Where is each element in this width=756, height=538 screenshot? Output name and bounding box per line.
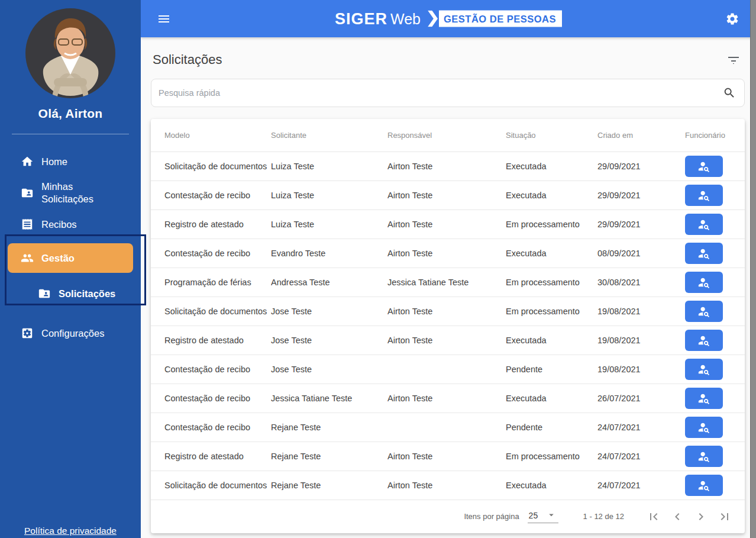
cell-modelo: Registro de atestado — [164, 452, 271, 461]
first-page-icon — [647, 510, 661, 524]
view-employee-button[interactable] — [685, 417, 723, 438]
cell-criado-em: 19/08/2021 — [597, 336, 685, 345]
next-page-button[interactable] — [689, 505, 713, 529]
privacy-policy-link[interactable]: Política de privacidade — [24, 526, 117, 536]
menu-button[interactable] — [157, 12, 171, 26]
col-header-criado-em: Criado em — [597, 131, 685, 140]
cell-solicitante: Jessica Tatiane Teste — [271, 394, 387, 403]
settings-button[interactable] — [725, 12, 739, 26]
cell-responsavel: Airton Teste — [387, 336, 506, 345]
sidebar-item-recibos[interactable]: Recibos — [0, 212, 141, 236]
cell-responsavel: Airton Teste — [387, 307, 506, 316]
window-scrollbar[interactable] — [750, 0, 756, 538]
cell-solicitante: Rejane Teste — [271, 423, 387, 432]
table-row: Solicitação de documentos Jose Teste Air… — [151, 297, 745, 326]
cell-situacao: Executada — [506, 394, 597, 403]
last-page-button[interactable] — [713, 505, 736, 529]
gear-icon — [725, 12, 739, 26]
person-search-icon — [697, 247, 710, 260]
cell-modelo: Registro de atestado — [164, 220, 271, 229]
cell-responsavel: Airton Teste — [387, 394, 506, 403]
table-row: Contestação de recibo Jessica Tatiane Te… — [151, 384, 745, 413]
cell-solicitante: Luiza Teste — [271, 191, 387, 200]
search-input[interactable] — [151, 88, 744, 98]
view-employee-button[interactable] — [685, 359, 723, 380]
solicitacoes-table-card: Modelo Solicitante Responsável Situação … — [151, 119, 745, 533]
items-per-page-select[interactable]: 25 — [528, 510, 558, 523]
people-icon — [21, 252, 34, 265]
cell-situacao: Executada — [506, 162, 597, 171]
col-header-modelo: Modelo — [164, 131, 271, 140]
cell-modelo: Registro de atestado — [164, 336, 271, 345]
person-search-icon — [697, 218, 710, 231]
cell-solicitante: Luiza Teste — [271, 220, 387, 229]
sidebar-nav: Home Minhas Solicitações Recibos Gestão … — [0, 150, 141, 345]
cell-responsavel: Airton Teste — [387, 452, 506, 461]
cell-modelo: Solicitação de documentos — [164, 307, 271, 316]
view-employee-button[interactable] — [685, 243, 723, 264]
cell-situacao: Em processamento — [506, 278, 597, 287]
person-search-icon — [697, 334, 710, 347]
table-row: Programação de férias Andressa Teste Jes… — [151, 268, 745, 297]
view-employee-button[interactable] — [685, 446, 723, 467]
filter-icon — [726, 53, 741, 67]
cell-modelo: Solicitação de documentos — [164, 162, 271, 171]
person-search-icon — [697, 421, 710, 434]
table-row: Contestação de recibo Luiza Teste Airton… — [151, 181, 745, 210]
app-logo: SIGER Web GESTÃO DE PESSOAS — [335, 9, 562, 28]
first-page-button[interactable] — [642, 505, 665, 529]
cell-situacao: Executada — [506, 336, 597, 345]
sidebar-item-solicitacoes-sub[interactable]: Solicitações — [0, 282, 141, 305]
view-employee-button[interactable] — [685, 301, 723, 322]
filter-button[interactable] — [726, 53, 741, 67]
quick-search — [151, 79, 745, 107]
search-icon[interactable] — [723, 86, 736, 99]
logo-siger-text: SIGER — [335, 9, 387, 28]
previous-page-button[interactable] — [665, 505, 689, 529]
table-row: Contestação de recibo Evandro Teste Airt… — [151, 239, 745, 268]
folder-shared-icon — [38, 287, 51, 300]
cell-solicitante: Rejane Teste — [271, 452, 387, 461]
pager-buttons — [642, 505, 736, 529]
view-employee-button[interactable] — [685, 214, 723, 235]
sidebar: Olá, Airton Home Minhas Solicitações Rec… — [0, 0, 141, 538]
view-employee-button[interactable] — [685, 330, 723, 351]
cell-situacao: Executada — [506, 481, 597, 490]
logo-badge: GESTÃO DE PESSOAS — [439, 11, 562, 27]
sidebar-item-minhas-solicitacoes[interactable]: Minhas Solicitações — [0, 173, 141, 212]
cell-criado-em: 24/07/2021 — [597, 481, 685, 490]
person-search-icon — [697, 189, 710, 202]
home-icon — [21, 155, 34, 168]
view-employee-button[interactable] — [685, 156, 723, 177]
cell-responsavel: Jessica Tatiane Teste — [387, 278, 506, 287]
view-employee-button[interactable] — [685, 388, 723, 409]
cell-situacao: Pendente — [506, 365, 597, 374]
sidebar-item-home[interactable]: Home — [0, 150, 141, 173]
sidebar-divider — [12, 134, 129, 134]
cell-criado-em: 19/08/2021 — [597, 365, 685, 374]
avatar — [25, 8, 115, 98]
chevron-left-icon — [670, 510, 684, 524]
cell-situacao: Executada — [506, 249, 597, 258]
table-row: Registro de atestado Rejane Teste Airton… — [151, 442, 745, 471]
view-employee-button[interactable] — [685, 475, 723, 496]
table-header-row: Modelo Solicitante Responsável Situação … — [151, 119, 745, 152]
view-employee-button[interactable] — [685, 272, 723, 293]
sidebar-item-configuracoes[interactable]: Configurações — [0, 321, 141, 345]
cell-solicitante: Andressa Teste — [271, 278, 387, 287]
sidebar-item-gestao[interactable]: Gestão — [8, 243, 133, 273]
table-row: Solicitação de documentos Luiza Teste Ai… — [151, 152, 745, 181]
cell-responsavel: Airton Teste — [387, 162, 506, 171]
cell-modelo: Contestação de recibo — [164, 249, 271, 258]
view-employee-button[interactable] — [685, 185, 723, 206]
cell-responsavel: Airton Teste — [387, 249, 506, 258]
cell-situacao: Em processamento — [506, 452, 597, 461]
cell-criado-em: 29/09/2021 — [597, 191, 685, 200]
receipt-icon — [21, 218, 34, 231]
cell-criado-em: 24/07/2021 — [597, 452, 685, 461]
cell-situacao: Pendente — [506, 423, 597, 432]
sidebar-item-label: Gestão — [41, 253, 75, 264]
table-row: Solicitação de documentos Rejane Teste A… — [151, 471, 745, 500]
cell-criado-em: 08/09/2021 — [597, 249, 685, 258]
person-search-icon — [697, 479, 710, 492]
